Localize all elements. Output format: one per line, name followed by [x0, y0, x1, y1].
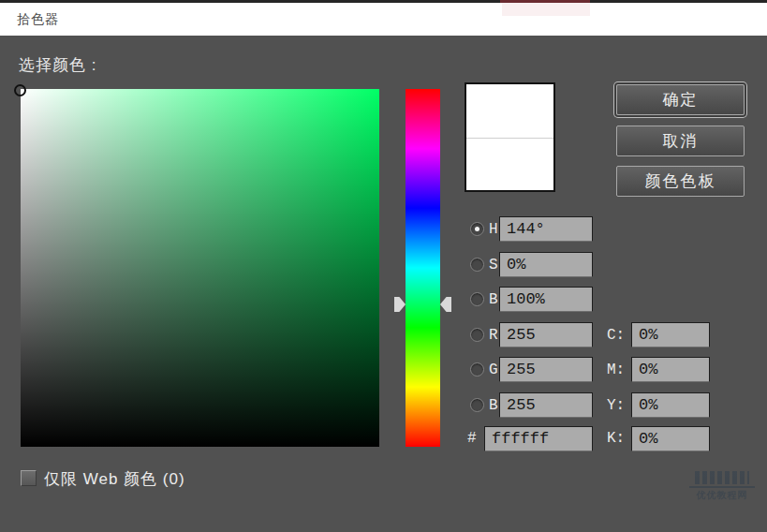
color-swatches-button[interactable]: 颜色色板 [616, 166, 745, 197]
hue-slider[interactable] [406, 89, 440, 447]
radio-r[interactable] [470, 328, 484, 342]
hex-hash-label: # [467, 430, 477, 447]
input-g[interactable] [499, 357, 593, 382]
hex-input[interactable] [484, 426, 593, 451]
radio-s[interactable] [470, 258, 484, 272]
hue-slider-handle-left-icon[interactable] [394, 297, 406, 312]
radio-b-brightness[interactable] [470, 292, 484, 306]
preview-divider [466, 138, 553, 139]
color-preview-swatch [465, 82, 555, 192]
saturation-brightness-field[interactable] [21, 89, 379, 447]
label-c: C: [607, 327, 625, 344]
input-b-blue[interactable] [499, 392, 593, 418]
radio-h[interactable] [470, 222, 484, 236]
web-colors-label: 仅限 Web 颜色 (0) [44, 468, 185, 490]
input-r[interactable] [499, 322, 593, 347]
input-c[interactable] [631, 322, 710, 347]
input-b-brightness[interactable] [499, 287, 593, 312]
radio-b-blue[interactable] [470, 398, 484, 412]
title-bar: 拾色器 [0, 3, 767, 36]
input-m[interactable] [631, 357, 710, 382]
titlebar-tint [502, 3, 590, 16]
radio-g[interactable] [470, 362, 484, 377]
label-y: Y: [607, 397, 625, 414]
hue-slider-handle-right-icon[interactable] [440, 297, 451, 312]
input-h[interactable] [499, 216, 593, 242]
color-field-marker[interactable] [14, 84, 26, 96]
label-m: M: [607, 362, 625, 378]
label-k: K: [607, 430, 625, 447]
dialog-title: 拾色器 [17, 11, 59, 28]
radio-dot [475, 227, 479, 231]
input-y[interactable] [631, 392, 710, 418]
ok-button[interactable]: 确定 [616, 84, 745, 115]
select-color-heading: 选择颜色 : [19, 54, 96, 76]
web-colors-checkbox[interactable] [21, 470, 37, 486]
watermark-logo [695, 471, 749, 484]
input-s[interactable] [499, 252, 593, 277]
cancel-button[interactable]: 取消 [616, 126, 745, 156]
input-k[interactable] [631, 426, 710, 451]
color-picker-dialog: 拾色器 选择颜色 : 确定 取消 颜色色板 H: S: B: R: G: B: … [0, 0, 767, 532]
watermark-text: 优优教程网 [689, 486, 755, 502]
watermark: 优优教程网 [689, 471, 755, 502]
